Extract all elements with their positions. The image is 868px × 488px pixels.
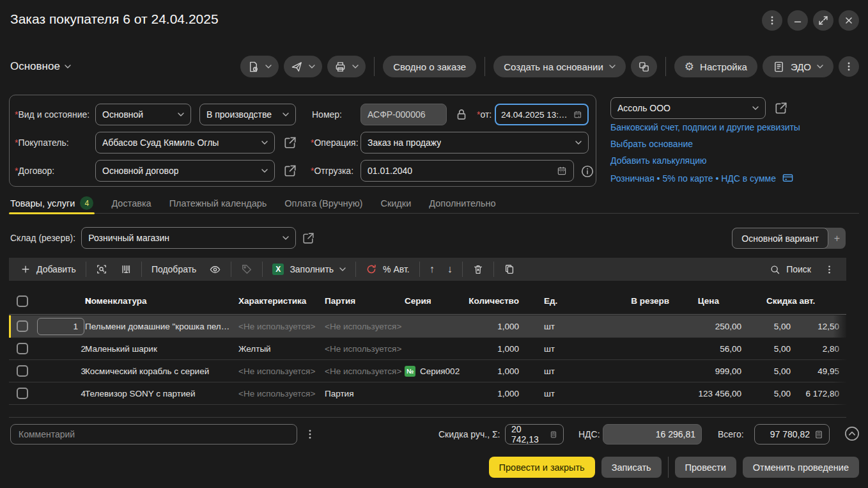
cell-unit[interactable]: шт [544, 338, 582, 359]
state-select[interactable]: В производстве [199, 104, 296, 125]
add-variant-button[interactable]: + [828, 233, 846, 244]
cell-price[interactable]: 123 456,00 [674, 382, 741, 404]
select-all-checkbox[interactable] [17, 295, 28, 307]
move-down-button[interactable]: ↓ [441, 260, 459, 279]
post-and-close-button[interactable]: Провести и закрыть [489, 457, 595, 478]
calculator-icon[interactable] [814, 430, 823, 439]
barcode-scanner-button[interactable] [114, 260, 138, 279]
open-link-icon[interactable] [283, 164, 297, 178]
create-based-on-button[interactable]: Создать на основании [493, 56, 626, 77]
comment-input[interactable]: Комментарий [10, 424, 297, 445]
cell-unit[interactable]: шт [544, 360, 582, 382]
col-series[interactable]: Серия [405, 288, 431, 314]
organization-select[interactable]: Ассоль ООО [610, 97, 766, 119]
cell-unit[interactable]: шт [544, 315, 582, 337]
copy-row-button[interactable] [497, 260, 522, 279]
toolbar-more-button[interactable] [818, 260, 841, 279]
delete-row-button[interactable] [466, 260, 490, 279]
col-reserve[interactable]: В резерв [593, 288, 669, 314]
col-discount[interactable]: Скидка авт. [766, 288, 843, 314]
cell-price[interactable]: 999,00 [674, 360, 741, 382]
col-characteristic[interactable]: Характеристика [238, 288, 322, 314]
table-row[interactable]: 3 Космический корабль с серией <Не испол… [9, 360, 846, 382]
cell-discount-sum[interactable]: 49,95 [795, 360, 839, 382]
col-batch[interactable]: Партия [325, 288, 403, 314]
recalc-auto-discount-button[interactable]: % Авт. [359, 260, 416, 279]
kind-select[interactable]: Основной [95, 104, 191, 125]
calendar-icon[interactable] [557, 166, 567, 176]
tab-discounts[interactable]: Скидки [380, 193, 411, 214]
cell-discount-sum[interactable]: 6 172,80 [795, 382, 839, 404]
tab-goods-services[interactable]: Товары, услуги 4 [10, 193, 93, 214]
contract-select[interactable]: Основной договор [95, 160, 275, 182]
open-link-icon[interactable] [283, 136, 297, 150]
cell-qty[interactable]: 1,000 [453, 382, 519, 404]
cell-unit[interactable]: шт [544, 382, 582, 404]
pick-items-button[interactable]: Подобрать [145, 260, 203, 279]
view-button[interactable] [203, 260, 228, 279]
open-link-icon[interactable] [774, 101, 788, 115]
order-summary-button[interactable]: Сводно о заказе [383, 56, 476, 77]
cell-price[interactable]: 56,00 [674, 338, 741, 359]
cancel-posting-button[interactable]: Отменить проведение [743, 457, 859, 478]
print-button[interactable] [327, 56, 366, 77]
buyer-select[interactable]: Аббасов Суад Кямиль Оглы [95, 132, 275, 153]
window-menu-button[interactable] [762, 10, 782, 31]
cell-discount-sum[interactable]: 2,80 [795, 338, 839, 359]
row-checkbox[interactable] [17, 320, 28, 332]
variant-name[interactable]: Основной вариант [732, 228, 828, 249]
table-row[interactable]: 4 Телевизор SONY с партией <Не используе… [9, 382, 846, 405]
cell-batch[interactable]: <Не используется> [325, 360, 403, 382]
cell-characteristic[interactable]: <Не используется> [238, 382, 322, 404]
manual-discount-input[interactable]: 20 742,13 [505, 424, 564, 445]
cell-qty[interactable]: 1,000 [453, 315, 519, 337]
cell-nomenclature[interactable]: Пельмени домашние "крошка пельм… [85, 315, 233, 337]
tab-delivery[interactable]: Доставка [111, 193, 151, 214]
minimize-button[interactable] [787, 10, 808, 31]
calendar-clock-icon[interactable] [573, 109, 582, 120]
related-documents-button[interactable] [631, 56, 657, 77]
date-input[interactable]: 24.04.2025 13:40:48 [495, 104, 589, 125]
table-row[interactable]: 2 Маленький шарик Желтый <Не используетс… [9, 338, 846, 360]
open-link-icon[interactable] [302, 232, 315, 245]
cell-nomenclature[interactable]: Космический корабль с серией [85, 360, 233, 382]
cell-qty[interactable]: 1,000 [453, 360, 519, 382]
row-number-input[interactable]: 1 [37, 318, 84, 335]
expand-button[interactable] [813, 10, 833, 31]
col-qty[interactable]: Количество [453, 288, 519, 314]
cell-discount-pct[interactable]: 5,00 [754, 360, 791, 382]
shipping-date-input[interactable]: 01.01.2040 [360, 160, 574, 182]
info-icon[interactable] [580, 164, 594, 178]
cell-batch[interactable]: Партия [325, 382, 403, 404]
dots-vertical-icon[interactable] [304, 427, 316, 441]
post-button[interactable]: Провести [675, 457, 736, 478]
cell-discount-pct[interactable]: 5,00 [754, 315, 791, 337]
cell-batch[interactable]: <Не используется> [325, 338, 403, 359]
cell-price[interactable]: 250,00 [674, 315, 741, 337]
total-input[interactable]: 97 780,82 [754, 424, 830, 445]
cell-n[interactable]: 2 [38, 338, 86, 359]
cell-nomenclature[interactable]: Телевизор SONY с партией [85, 382, 233, 404]
add-row-button[interactable]: Добавить [14, 260, 82, 279]
price-terms-link[interactable]: Розничная • 5% по карте • НДС в сумме [610, 172, 794, 184]
warehouse-select[interactable]: Розничный магазин [81, 227, 296, 249]
cell-n[interactable]: 4 [38, 382, 86, 404]
row-checkbox[interactable] [17, 343, 28, 354]
cell-discount-pct[interactable]: 5,00 [754, 338, 791, 359]
search-button[interactable]: Поиск [763, 260, 818, 279]
tab-additional[interactable]: Дополнительно [429, 193, 495, 214]
more-actions-button[interactable] [839, 56, 859, 77]
cell-qty[interactable]: 1,000 [453, 338, 519, 359]
fill-button[interactable]: Заполнить [266, 260, 352, 279]
choose-basis-link[interactable]: Выбрать основание [610, 139, 693, 149]
table-row[interactable]: 1 Пельмени домашние "крошка пельм… <Не и… [9, 315, 846, 338]
col-unit[interactable]: Ед. [544, 288, 582, 314]
col-nomenclature[interactable]: Номенклатура [85, 288, 233, 314]
tab-payment-manual[interactable]: Оплата (Вручную) [284, 193, 362, 214]
cell-characteristic[interactable]: Желтый [238, 338, 322, 359]
collapse-footer-button[interactable] [844, 425, 860, 442]
cell-discount-sum[interactable]: 12,50 [795, 315, 839, 337]
cell-discount-pct[interactable]: 5,00 [754, 382, 791, 404]
cell-nomenclature[interactable]: Маленький шарик [85, 338, 233, 359]
edo-button[interactable]: ЭДО [763, 56, 833, 77]
